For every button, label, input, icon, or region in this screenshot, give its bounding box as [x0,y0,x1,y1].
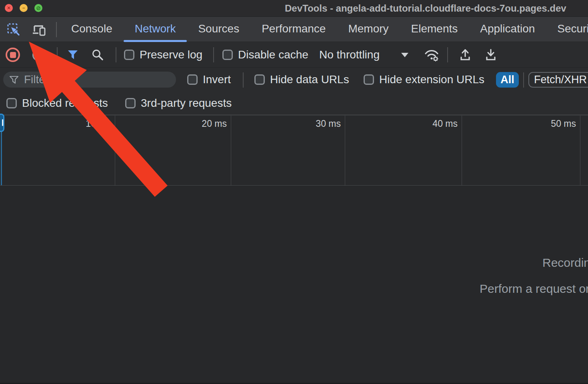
device-toolbar-icon [31,22,46,37]
tab-application[interactable]: Application [469,17,546,42]
import-har-button[interactable] [458,48,472,62]
third-party-requests-checkbox[interactable] [125,98,136,108]
arrow-down-tray-icon [484,48,498,62]
timeline-tick-40ms: 40 ms [422,118,458,129]
invert-label: Invert [203,73,231,86]
search-button[interactable] [91,48,104,61]
funnel-outline-icon [9,74,19,85]
chevron-down-icon[interactable] [401,53,408,57]
tab-security[interactable]: Security [546,17,588,42]
window-titlebar: ✕ − ⊘ DevTools - angela-add-tutorial.clo… [0,0,588,17]
devtools-tabbar: Console Network Sources Performance Memo… [0,17,588,42]
traffic-lights: ✕ − ⊘ [5,4,42,12]
blocked-requests-checkbox[interactable] [6,98,17,108]
recording-hint-text: Recording network activity… [542,256,588,270]
export-har-button[interactable] [484,48,498,62]
filterbar-divider [243,72,244,88]
panel-tabs: Console Network Sources Performance Memo… [60,17,588,42]
filterbar-divider [523,72,524,88]
zoom-window-button[interactable]: ⊘ [34,4,42,12]
arrow-up-tray-icon [458,48,472,62]
filter-input[interactable] [24,73,156,86]
timeline-tick-50ms: 50 ms [540,118,576,129]
timeline-gridline [345,116,345,186]
timeline-tick-10ms: 10 ms [75,118,111,129]
invert-checkbox[interactable] [187,74,198,85]
timeline-tick-20ms: 20 ms [191,118,227,129]
tab-performance[interactable]: Performance [250,17,337,42]
throttling-value: No throttling [319,48,380,61]
disable-cache-checkbox[interactable] [222,50,233,60]
tab-console[interactable]: Console [60,17,124,42]
filter-pill[interactable] [3,72,176,88]
toolbar-divider [116,47,116,62]
close-icon: ✕ [7,6,11,10]
blocked-requests-label: Blocked requests [22,97,108,110]
zoom-icon: ⊘ [36,5,41,11]
tabbar-divider [56,22,57,37]
stop-record-icon [10,52,16,58]
tab-network[interactable]: Network [124,17,187,42]
network-filter-bar-row2: Blocked requests 3rd-party requests [0,91,588,115]
inspect-element-icon [6,22,21,37]
network-toolbar: Preserve log Disable cache No throttling [0,42,588,67]
timeline-gridline [231,116,231,186]
tab-memory[interactable]: Memory [337,17,400,42]
tab-elements[interactable]: Elements [400,17,469,42]
hide-extension-urls-checkbox[interactable] [364,74,374,85]
request-type-chip-all[interactable]: All [496,72,519,88]
clear-network-log-button[interactable] [32,50,44,61]
inspect-element-button[interactable] [6,22,21,37]
tab-sources[interactable]: Sources [187,17,250,42]
search-icon [91,48,104,61]
timeline-gridline [462,116,462,186]
close-window-button[interactable]: ✕ [5,4,13,12]
request-type-chip-fetch-xhr[interactable]: Fetch/XHR [528,72,588,88]
stop-recording-button[interactable] [6,48,20,62]
preserve-log-checkbox[interactable] [124,50,134,60]
disable-cache-label: Disable cache [238,48,308,61]
wifi-gear-icon [424,48,440,62]
timeline-window-left-handle[interactable] [0,114,4,132]
third-party-requests-label: 3rd-party requests [141,97,232,110]
hide-extension-urls-label: Hide extension URLs [379,73,484,86]
funnel-icon [67,49,79,61]
hide-data-urls-checkbox[interactable] [254,74,265,85]
hide-data-urls-label: Hide data URLs [270,73,349,86]
perform-request-hint-text: Perform a request or hit ⌘ R to record t… [480,282,588,296]
filter-toggle-button[interactable] [67,49,79,61]
timeline-tick-30ms: 30 ms [305,118,341,129]
timeline-window-left-handle-line [1,132,2,185]
throttling-select[interactable]: No throttling [319,42,380,67]
toolbar-divider [213,47,214,62]
device-toolbar-button[interactable] [31,22,46,37]
preserve-log-label: Preserve log [140,48,202,61]
timeline-gridline [115,116,115,186]
toolbar-divider [57,47,58,62]
minimize-window-button[interactable]: − [20,4,28,12]
network-filter-bar: Invert Hide data URLs Hide extension URL… [0,67,588,91]
network-conditions-button[interactable] [424,48,440,62]
timeline-gridline [580,116,580,186]
network-overview-timeline[interactable]: 10 ms 20 ms 30 ms 40 ms 50 ms [0,115,588,186]
window-title: DevTools - angela-add-tutorial.cloudflar… [285,0,566,17]
toolbar-divider [447,47,448,62]
minimize-icon: − [22,6,25,10]
